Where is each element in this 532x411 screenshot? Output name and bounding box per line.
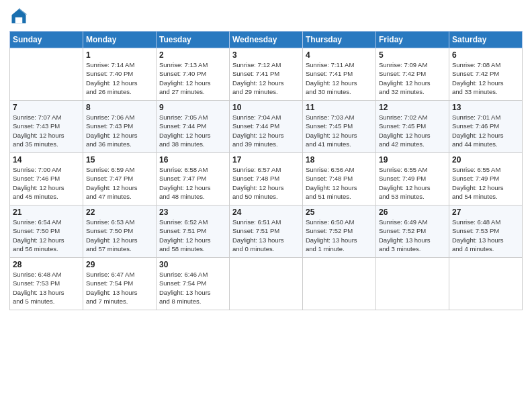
day-number: 9 (159, 103, 226, 112)
week-row-5: 28Sunrise: 6:48 AM Sunset: 7:53 PM Dayli… (10, 258, 523, 310)
weekday-header-row: SundayMondayTuesdayWednesdayThursdayFrid… (10, 32, 523, 48)
day-number: 3 (232, 50, 300, 60)
day-info: Sunrise: 7:09 AM Sunset: 7:42 PM Dayligh… (379, 60, 446, 96)
day-info: Sunrise: 6:46 AM Sunset: 7:54 PM Dayligh… (159, 270, 226, 306)
day-info: Sunrise: 6:49 AM Sunset: 7:52 PM Dayligh… (379, 218, 446, 253)
day-cell (449, 258, 523, 310)
day-info: Sunrise: 6:58 AM Sunset: 7:47 PM Dayligh… (159, 165, 226, 201)
day-info: Sunrise: 7:08 AM Sunset: 7:42 PM Dayligh… (452, 60, 519, 96)
day-info: Sunrise: 7:02 AM Sunset: 7:45 PM Dayligh… (379, 113, 446, 148)
day-number: 6 (452, 50, 519, 60)
day-number: 5 (379, 50, 446, 60)
day-cell: 2Sunrise: 7:13 AM Sunset: 7:40 PM Daylig… (157, 48, 230, 101)
day-number: 14 (13, 155, 80, 165)
weekday-header-saturday: Saturday (449, 32, 523, 48)
day-cell: 10Sunrise: 7:04 AM Sunset: 7:44 PM Dayli… (230, 101, 303, 153)
day-cell: 11Sunrise: 7:03 AM Sunset: 7:45 PM Dayli… (303, 101, 376, 153)
day-cell: 13Sunrise: 7:01 AM Sunset: 7:46 PM Dayli… (449, 101, 523, 153)
day-number: 18 (306, 155, 373, 165)
day-cell (303, 258, 376, 310)
weekday-header-wednesday: Wednesday (230, 32, 303, 48)
day-number: 25 (306, 208, 373, 217)
day-cell: 15Sunrise: 6:59 AM Sunset: 7:47 PM Dayli… (83, 153, 157, 205)
day-cell (10, 48, 83, 101)
day-number: 24 (232, 208, 300, 217)
week-row-4: 21Sunrise: 6:54 AM Sunset: 7:50 PM Dayli… (10, 205, 523, 258)
day-cell: 18Sunrise: 6:56 AM Sunset: 7:48 PM Dayli… (303, 153, 376, 205)
day-cell (230, 258, 303, 310)
day-info: Sunrise: 6:55 AM Sunset: 7:49 PM Dayligh… (379, 165, 446, 201)
day-cell: 19Sunrise: 6:55 AM Sunset: 7:49 PM Dayli… (376, 153, 449, 205)
weekday-header-tuesday: Tuesday (157, 32, 230, 48)
day-number: 28 (13, 260, 80, 269)
day-cell: 30Sunrise: 6:46 AM Sunset: 7:54 PM Dayli… (157, 258, 230, 310)
day-number: 20 (452, 155, 519, 165)
day-number: 2 (159, 50, 226, 60)
day-cell (376, 258, 449, 310)
day-info: Sunrise: 7:03 AM Sunset: 7:45 PM Dayligh… (306, 113, 373, 148)
day-cell: 7Sunrise: 7:07 AM Sunset: 7:43 PM Daylig… (10, 101, 83, 153)
page: SundayMondayTuesdayWednesdayThursdayFrid… (0, 0, 532, 411)
day-number: 4 (306, 50, 373, 60)
day-number: 29 (86, 260, 153, 269)
day-info: Sunrise: 6:56 AM Sunset: 7:48 PM Dayligh… (306, 165, 373, 201)
day-cell: 28Sunrise: 6:48 AM Sunset: 7:53 PM Dayli… (10, 258, 83, 310)
day-number: 13 (452, 103, 519, 112)
day-cell: 27Sunrise: 6:48 AM Sunset: 7:53 PM Dayli… (449, 205, 523, 258)
day-number: 10 (232, 103, 300, 112)
day-number: 30 (159, 260, 226, 269)
day-number: 11 (306, 103, 373, 112)
day-number: 16 (159, 155, 226, 165)
day-info: Sunrise: 6:48 AM Sunset: 7:53 PM Dayligh… (452, 218, 519, 253)
day-number: 7 (13, 103, 80, 112)
day-cell: 23Sunrise: 6:52 AM Sunset: 7:51 PM Dayli… (157, 205, 230, 258)
day-number: 19 (379, 155, 446, 165)
day-cell: 12Sunrise: 7:02 AM Sunset: 7:45 PM Dayli… (376, 101, 449, 153)
day-info: Sunrise: 6:48 AM Sunset: 7:53 PM Dayligh… (13, 270, 80, 306)
day-info: Sunrise: 6:54 AM Sunset: 7:50 PM Dayligh… (13, 218, 80, 253)
day-cell: 8Sunrise: 7:06 AM Sunset: 7:43 PM Daylig… (83, 101, 157, 153)
day-number: 15 (86, 155, 153, 165)
day-number: 8 (86, 103, 153, 112)
day-cell: 4Sunrise: 7:11 AM Sunset: 7:41 PM Daylig… (303, 48, 376, 101)
week-row-3: 14Sunrise: 7:00 AM Sunset: 7:46 PM Dayli… (10, 153, 523, 205)
logo (9, 7, 31, 26)
day-info: Sunrise: 6:59 AM Sunset: 7:47 PM Dayligh… (86, 165, 153, 201)
weekday-header-monday: Monday (83, 32, 157, 48)
week-row-1: 1Sunrise: 7:14 AM Sunset: 7:40 PM Daylig… (10, 48, 523, 101)
day-cell: 24Sunrise: 6:51 AM Sunset: 7:51 PM Dayli… (230, 205, 303, 258)
day-info: Sunrise: 7:11 AM Sunset: 7:41 PM Dayligh… (306, 60, 373, 96)
day-cell: 20Sunrise: 6:55 AM Sunset: 7:49 PM Dayli… (449, 153, 523, 205)
calendar-table: SundayMondayTuesdayWednesdayThursdayFrid… (9, 31, 523, 310)
day-info: Sunrise: 6:52 AM Sunset: 7:51 PM Dayligh… (159, 218, 226, 253)
logo-icon (9, 7, 28, 26)
day-number: 21 (13, 208, 80, 217)
week-row-2: 7Sunrise: 7:07 AM Sunset: 7:43 PM Daylig… (10, 101, 523, 153)
day-cell: 22Sunrise: 6:53 AM Sunset: 7:50 PM Dayli… (83, 205, 157, 258)
day-number: 1 (86, 50, 153, 60)
day-number: 22 (86, 208, 153, 217)
header (9, 7, 523, 26)
day-info: Sunrise: 7:06 AM Sunset: 7:43 PM Dayligh… (86, 113, 153, 148)
day-cell: 21Sunrise: 6:54 AM Sunset: 7:50 PM Dayli… (10, 205, 83, 258)
day-info: Sunrise: 7:05 AM Sunset: 7:44 PM Dayligh… (159, 113, 226, 148)
day-cell: 25Sunrise: 6:50 AM Sunset: 7:52 PM Dayli… (303, 205, 376, 258)
svg-marker-1 (19, 8, 27, 15)
day-cell: 29Sunrise: 6:47 AM Sunset: 7:54 PM Dayli… (83, 258, 157, 310)
weekday-header-friday: Friday (376, 32, 449, 48)
day-cell: 26Sunrise: 6:49 AM Sunset: 7:52 PM Dayli… (376, 205, 449, 258)
day-number: 26 (379, 208, 446, 217)
day-number: 12 (379, 103, 446, 112)
day-info: Sunrise: 7:04 AM Sunset: 7:44 PM Dayligh… (232, 113, 300, 148)
day-number: 23 (159, 208, 226, 217)
day-info: Sunrise: 6:55 AM Sunset: 7:49 PM Dayligh… (452, 165, 519, 201)
day-info: Sunrise: 7:14 AM Sunset: 7:40 PM Dayligh… (86, 60, 153, 96)
day-info: Sunrise: 6:51 AM Sunset: 7:51 PM Dayligh… (232, 218, 300, 253)
day-number: 27 (452, 208, 519, 217)
weekday-header-sunday: Sunday (10, 32, 83, 48)
day-info: Sunrise: 6:53 AM Sunset: 7:50 PM Dayligh… (86, 218, 153, 253)
day-info: Sunrise: 7:13 AM Sunset: 7:40 PM Dayligh… (159, 60, 226, 96)
svg-rect-2 (15, 17, 23, 24)
day-cell: 16Sunrise: 6:58 AM Sunset: 7:47 PM Dayli… (157, 153, 230, 205)
day-info: Sunrise: 7:00 AM Sunset: 7:46 PM Dayligh… (13, 165, 80, 201)
